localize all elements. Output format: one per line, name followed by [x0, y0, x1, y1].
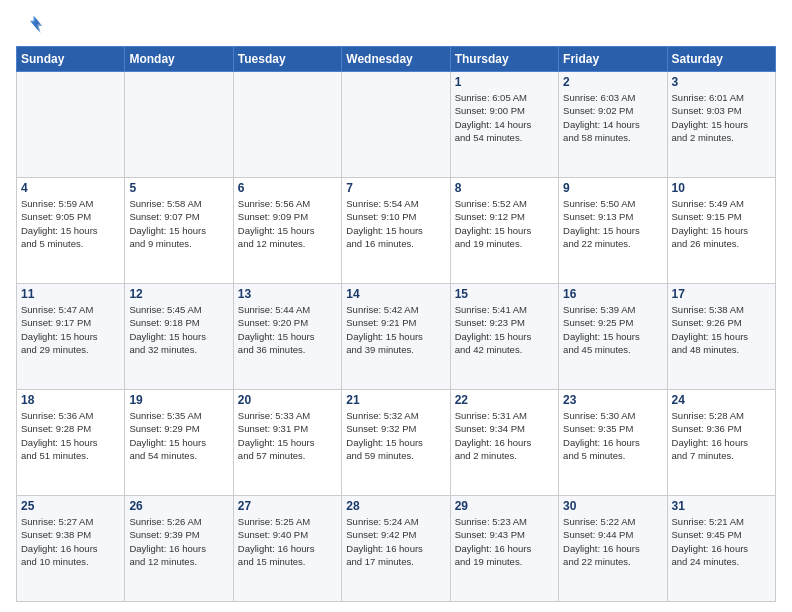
day-info-line: Sunset: 9:34 PM [455, 422, 554, 435]
day-info-line: Sunrise: 5:23 AM [455, 515, 554, 528]
day-info-line: Sunrise: 5:42 AM [346, 303, 445, 316]
day-info-line: Sunrise: 5:24 AM [346, 515, 445, 528]
day-info-line: and 51 minutes. [21, 449, 120, 462]
day-info-line: and 12 minutes. [129, 555, 228, 568]
calendar-body: 1Sunrise: 6:05 AMSunset: 9:00 PMDaylight… [17, 72, 776, 602]
day-info-line: Sunset: 9:15 PM [672, 210, 771, 223]
day-info-line: Sunset: 9:13 PM [563, 210, 662, 223]
day-info-line: Daylight: 15 hours [129, 436, 228, 449]
day-info-line: Daylight: 15 hours [129, 330, 228, 343]
day-info-line: Sunset: 9:45 PM [672, 528, 771, 541]
day-info-line: Sunset: 9:12 PM [455, 210, 554, 223]
day-info-line: Daylight: 16 hours [129, 542, 228, 555]
day-info-line: Sunset: 9:02 PM [563, 104, 662, 117]
day-info-line: Sunset: 9:23 PM [455, 316, 554, 329]
day-info-line: Sunset: 9:18 PM [129, 316, 228, 329]
day-info-line: Daylight: 16 hours [563, 542, 662, 555]
day-info-line: and 59 minutes. [346, 449, 445, 462]
day-info-line: Sunset: 9:44 PM [563, 528, 662, 541]
day-number: 3 [672, 75, 771, 89]
day-info-line: Sunrise: 5:56 AM [238, 197, 337, 210]
calendar-cell: 31Sunrise: 5:21 AMSunset: 9:45 PMDayligh… [667, 496, 775, 602]
page: SundayMondayTuesdayWednesdayThursdayFrid… [0, 0, 792, 612]
logo [16, 12, 48, 40]
day-info-line: and 19 minutes. [455, 555, 554, 568]
day-info-line: and 48 minutes. [672, 343, 771, 356]
day-number: 30 [563, 499, 662, 513]
day-info-line: and 12 minutes. [238, 237, 337, 250]
calendar-cell: 7Sunrise: 5:54 AMSunset: 9:10 PMDaylight… [342, 178, 450, 284]
day-info-line: Daylight: 15 hours [21, 436, 120, 449]
calendar-cell: 16Sunrise: 5:39 AMSunset: 9:25 PMDayligh… [559, 284, 667, 390]
day-info-line: Sunrise: 5:32 AM [346, 409, 445, 422]
day-info-line: Sunset: 9:39 PM [129, 528, 228, 541]
week-row-3: 11Sunrise: 5:47 AMSunset: 9:17 PMDayligh… [17, 284, 776, 390]
day-info-line: Sunset: 9:17 PM [21, 316, 120, 329]
day-number: 11 [21, 287, 120, 301]
day-number: 4 [21, 181, 120, 195]
day-info-line: and 36 minutes. [238, 343, 337, 356]
day-info-line: Sunrise: 5:44 AM [238, 303, 337, 316]
calendar-cell: 12Sunrise: 5:45 AMSunset: 9:18 PMDayligh… [125, 284, 233, 390]
day-info-line: Sunset: 9:05 PM [21, 210, 120, 223]
day-info-line: Sunrise: 5:22 AM [563, 515, 662, 528]
day-number: 28 [346, 499, 445, 513]
day-info-line: Daylight: 14 hours [563, 118, 662, 131]
day-info-line: Sunset: 9:42 PM [346, 528, 445, 541]
day-info-line: and 57 minutes. [238, 449, 337, 462]
day-info-line: Sunset: 9:32 PM [346, 422, 445, 435]
day-info-line: and 54 minutes. [129, 449, 228, 462]
day-info-line: Sunrise: 5:31 AM [455, 409, 554, 422]
day-info-line: Sunset: 9:28 PM [21, 422, 120, 435]
day-info-line: and 29 minutes. [21, 343, 120, 356]
day-info-line: and 45 minutes. [563, 343, 662, 356]
calendar-cell [342, 72, 450, 178]
calendar-cell: 2Sunrise: 6:03 AMSunset: 9:02 PMDaylight… [559, 72, 667, 178]
day-number: 5 [129, 181, 228, 195]
day-info-line: Sunrise: 5:26 AM [129, 515, 228, 528]
day-info-line: and 17 minutes. [346, 555, 445, 568]
day-info-line: Daylight: 15 hours [346, 436, 445, 449]
day-info-line: and 2 minutes. [672, 131, 771, 144]
calendar-cell: 25Sunrise: 5:27 AMSunset: 9:38 PMDayligh… [17, 496, 125, 602]
day-info-line: Sunrise: 5:25 AM [238, 515, 337, 528]
header-day-sunday: Sunday [17, 47, 125, 72]
calendar-cell: 26Sunrise: 5:26 AMSunset: 9:39 PMDayligh… [125, 496, 233, 602]
day-number: 24 [672, 393, 771, 407]
day-info-line: and 15 minutes. [238, 555, 337, 568]
calendar-cell: 9Sunrise: 5:50 AMSunset: 9:13 PMDaylight… [559, 178, 667, 284]
day-number: 10 [672, 181, 771, 195]
header-row: SundayMondayTuesdayWednesdayThursdayFrid… [17, 47, 776, 72]
day-info-line: Daylight: 15 hours [238, 436, 337, 449]
day-info-line: Daylight: 15 hours [238, 330, 337, 343]
day-info-line: Daylight: 16 hours [21, 542, 120, 555]
day-info-line: Daylight: 15 hours [21, 224, 120, 237]
svg-marker-1 [32, 17, 43, 33]
day-info-line: Daylight: 15 hours [346, 330, 445, 343]
day-info-line: and 19 minutes. [455, 237, 554, 250]
day-info-line: Sunrise: 5:47 AM [21, 303, 120, 316]
day-number: 7 [346, 181, 445, 195]
calendar-cell: 8Sunrise: 5:52 AMSunset: 9:12 PMDaylight… [450, 178, 558, 284]
day-info-line: and 26 minutes. [672, 237, 771, 250]
day-info-line: Sunrise: 5:59 AM [21, 197, 120, 210]
day-number: 14 [346, 287, 445, 301]
day-info-line: Sunrise: 5:21 AM [672, 515, 771, 528]
day-info-line: Daylight: 15 hours [346, 224, 445, 237]
day-info-line: Daylight: 15 hours [21, 330, 120, 343]
day-number: 6 [238, 181, 337, 195]
day-info-line: Sunset: 9:07 PM [129, 210, 228, 223]
calendar-cell: 18Sunrise: 5:36 AMSunset: 9:28 PMDayligh… [17, 390, 125, 496]
calendar-cell: 6Sunrise: 5:56 AMSunset: 9:09 PMDaylight… [233, 178, 341, 284]
day-info-line: and 16 minutes. [346, 237, 445, 250]
day-number: 12 [129, 287, 228, 301]
day-info-line: Daylight: 15 hours [129, 224, 228, 237]
day-info-line: and 9 minutes. [129, 237, 228, 250]
day-info-line: and 5 minutes. [563, 449, 662, 462]
day-number: 15 [455, 287, 554, 301]
day-info-line: Sunrise: 6:05 AM [455, 91, 554, 104]
day-info-line: Daylight: 15 hours [238, 224, 337, 237]
day-info-line: Daylight: 16 hours [455, 542, 554, 555]
day-info-line: Daylight: 16 hours [672, 436, 771, 449]
calendar-cell: 22Sunrise: 5:31 AMSunset: 9:34 PMDayligh… [450, 390, 558, 496]
